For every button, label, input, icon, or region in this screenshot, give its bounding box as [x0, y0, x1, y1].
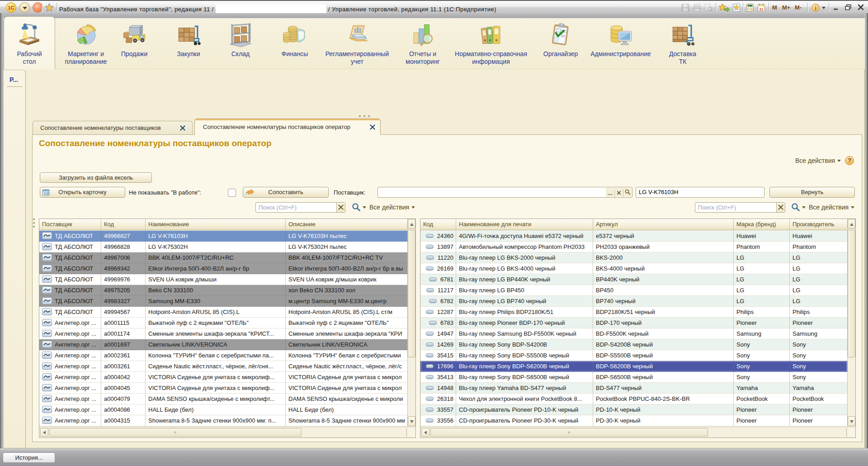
tab-close-icon[interactable] [369, 124, 376, 130]
search-options-caret[interactable] [802, 206, 806, 209]
table-row[interactable]: ТД АБСОЛЮТ49966828LG V-K75302HLG V-K7530… [39, 242, 407, 252]
vertical-scrollbar[interactable] [847, 219, 855, 426]
table-row[interactable]: ТД АБСОЛЮТ49967006BBK 40LEM-1007/FT2C/RU… [39, 252, 407, 263]
table-row[interactable]: Англетер.орг ...a0002361Колонна "ТУРИН" … [39, 350, 407, 361]
add-favorite-icon[interactable] [718, 3, 730, 12]
table-row[interactable]: Англетер.орг ...a0004079DAMA SENSO крышк… [39, 394, 407, 404]
column-header[interactable]: Производитель [790, 219, 848, 230]
favorites-list-icon[interactable] [731, 3, 741, 12]
history-button[interactable]: История... [3, 452, 55, 463]
panel-splitter-grip[interactable] [33, 219, 35, 228]
favorites-star-icon[interactable] [44, 3, 54, 13]
scrollbar-thumb[interactable] [430, 428, 708, 437]
tab-comparison-operator[interactable]: Сопоставление номенклатуры поставщиков о… [194, 119, 381, 135]
table-row[interactable]: Англетер.орг ...a0001697Светильник LINK/… [39, 339, 407, 350]
column-header[interactable]: Марка (бренд) [734, 219, 790, 230]
table-row[interactable]: 243604G/Wi-Fi-точка доступа Huawei e5372… [420, 231, 847, 242]
table-row[interactable]: ТД АБСОЛЮТ49994567Hotpoint-Ariston ARUSL… [39, 307, 407, 318]
load-from-excel-button[interactable]: Загрузить из файла ексель [40, 172, 152, 183]
column-header[interactable]: Описание [286, 219, 408, 230]
table-row[interactable]: Англетер.орг ...a0004042VICTORIA Сиденье… [39, 372, 407, 383]
open-card-button[interactable]: Открыть карточку [40, 187, 125, 198]
supplier-input[interactable]: ...✕ [377, 187, 632, 198]
clear-icon[interactable]: ✕ [614, 190, 623, 199]
all-actions-top[interactable]: Все действия [795, 157, 841, 164]
table-row[interactable]: 26169Blu-ray плеер LG BKS-4000 черныйBKS… [420, 263, 847, 274]
table-row[interactable]: 12287Blu-ray плеер Philips BDP2180K/51BD… [420, 307, 847, 318]
horizontal-scrollbar[interactable] [39, 427, 415, 437]
table-row[interactable]: Англетер.орг ...a0004315Showerama 8-5 За… [39, 415, 407, 426]
column-header[interactable]: Наименование для печати [456, 219, 593, 230]
table-row[interactable]: 14948Blu-ray плеер Yamaha BD-S477 черный… [420, 383, 847, 394]
table-row[interactable]: 33557CD-проигрыватель Pioneer PD-10-K че… [420, 404, 847, 415]
1c-logo-icon[interactable]: 1С [6, 2, 16, 13]
column-header[interactable]: Код [420, 219, 456, 230]
scroll-left-button[interactable] [421, 428, 429, 437]
scroll-left-button[interactable] [40, 428, 48, 437]
scroll-up-button[interactable] [408, 219, 415, 229]
info-dropdown-caret[interactable] [822, 7, 826, 9]
hide-in-progress-checkbox[interactable] [228, 189, 236, 197]
main-menu-button[interactable] [19, 2, 30, 13]
print-icon[interactable] [692, 3, 702, 12]
section-desktop[interactable]: Рабочий стол [5, 18, 54, 69]
column-header[interactable]: Наименование [146, 219, 286, 230]
memory-recall-button[interactable]: M [772, 4, 777, 11]
open-magnifier-icon[interactable] [623, 189, 632, 198]
section-sales[interactable]: Продажи [109, 18, 159, 69]
restore-button[interactable] [844, 4, 852, 11]
table-row[interactable]: 6781Blu-ray плеер LG BP440K черныйBP440K… [420, 274, 847, 285]
memory-add-button[interactable]: M+ [782, 4, 790, 11]
scroll-down-button[interactable] [408, 416, 415, 426]
horizontal-scrollbar[interactable] [420, 427, 855, 437]
choose-button[interactable]: ... [606, 190, 614, 199]
memory-subtract-button[interactable]: M- [795, 4, 802, 11]
table-row[interactable]: 17696Blu-ray плеер Sony BDP-S6200B черны… [420, 361, 847, 372]
all-actions-left[interactable]: Все действия [369, 204, 415, 211]
clear-search-icon[interactable] [776, 203, 785, 212]
table-row[interactable]: ТД АБСОЛЮТ49969342Elikor Интегра 50П-400… [39, 263, 407, 274]
table-row[interactable]: 6783Blu-ray плеер Pioneer BDP-170 черный… [420, 318, 847, 328]
scrollbar-thumb[interactable] [408, 230, 415, 357]
vertical-scrollbar[interactable] [407, 219, 415, 426]
table-row[interactable]: 35415Blu-ray плеер Sony BDP-S5500B черны… [420, 350, 847, 361]
table-row[interactable]: 13897Автомобильный компрессор Phantom PH… [420, 242, 847, 252]
calendar-icon[interactable]: 31 [756, 3, 766, 12]
info-button[interactable]: i [811, 3, 821, 12]
section-delivery-tk[interactable]: Доставка ТК [656, 18, 710, 69]
section-purchases[interactable]: Закупки [164, 18, 213, 69]
help-button[interactable]: ? [845, 156, 854, 165]
table-row[interactable]: Англетер.орг ...a0001174Сменные элементы… [39, 328, 407, 339]
table-row[interactable]: ТД АБСОЛЮТ49966827LG V-K76103HLG V-K7610… [39, 231, 407, 242]
table-row[interactable]: 6782Blu-ray плеер LG BP740 черныйBP740 ч… [420, 296, 847, 307]
all-actions-right[interactable]: Все действия [809, 204, 854, 211]
table-row[interactable]: 33556CD-проигрыватель Pioneer PD-30-K че… [420, 415, 847, 426]
save-icon[interactable] [680, 3, 690, 12]
column-header[interactable]: Артикул [593, 219, 734, 230]
table-row[interactable]: ТД АБСОЛЮТ49975205Beko CN 333100хол Beko… [39, 285, 407, 296]
column-header[interactable]: Поставщик [39, 219, 101, 230]
print-preview-icon[interactable] [703, 3, 713, 12]
scrollbar-thumb[interactable] [49, 428, 302, 437]
search-options-caret[interactable] [363, 206, 366, 209]
section-master-data[interactable]: Нормативно-справочная информация [439, 18, 543, 69]
table-row[interactable]: Англетер.орг ...a0004045VICTORIA Сиденье… [39, 383, 407, 394]
sidebar-collapsed-link[interactable]: Р... [9, 76, 18, 83]
tab-close-icon[interactable] [179, 125, 186, 131]
table-row[interactable]: Англетер.орг ...a0004086HALL Биде (бел)H… [39, 404, 407, 415]
tabstrip-grip[interactable] [359, 115, 371, 118]
scroll-up-button[interactable] [848, 219, 855, 229]
table-row[interactable]: 14947Blu-ray плеер Samsung BD-F5500K чер… [420, 328, 847, 339]
table-row[interactable]: ТД АБСОЛЮТ49969976SVEN UA коврик д/мышиS… [39, 274, 407, 285]
table-row[interactable]: ТД АБСОЛЮТ49983327Samsung MM-E330м.центр… [39, 296, 407, 307]
table-row[interactable]: Англетер.орг ...a0003261Сиденье Nautic ж… [39, 361, 407, 372]
column-header[interactable]: Код [101, 219, 146, 230]
tab-comparison[interactable]: Сопоставление номенклатуры поставщиков [33, 121, 193, 134]
table-row[interactable]: Англетер.орг ...a0001115Выкатной пуф с 2… [39, 318, 407, 328]
section-warehouse[interactable]: Склад [216, 18, 265, 69]
search-magnifier-icon[interactable] [352, 203, 361, 212]
compare-button[interactable]: Сопоставить [243, 187, 329, 198]
table-row[interactable]: 26318Чехол для электронной книги PocketB… [420, 394, 847, 404]
return-button[interactable]: Вернуть [769, 187, 855, 198]
scroll-down-button[interactable] [848, 416, 855, 426]
